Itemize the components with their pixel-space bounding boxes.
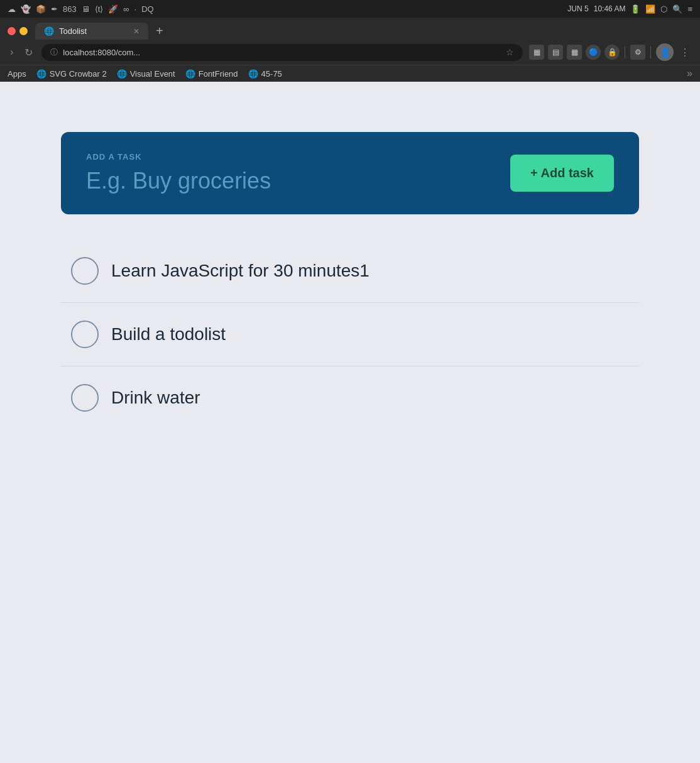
infinity-icon: ∞ <box>123 4 129 14</box>
tab-favicon: 🌐 <box>44 26 54 36</box>
menu-icon[interactable]: ≡ <box>687 4 692 14</box>
add-task-button[interactable]: + Add task <box>510 155 614 192</box>
bookmark-svg-crowbar[interactable]: 🌐 SVG Crowbar 2 <box>36 69 107 79</box>
close-window-button[interactable] <box>8 27 16 35</box>
toolbar-icon-2[interactable]: ▤ <box>548 45 563 60</box>
dot-separator: · <box>134 4 137 14</box>
dropbox-icon: 📦 <box>36 4 46 14</box>
info-icon: ⓘ <box>50 47 58 58</box>
bookmark-visual-event[interactable]: 🌐 Visual Event <box>117 69 175 79</box>
date-display: JUN 5 <box>567 4 588 13</box>
bookmark-45-75[interactable]: 🌐 45-75 <box>248 69 282 79</box>
add-task-input[interactable] <box>86 168 490 194</box>
bookmark-fontfriend-label: FontFriend <box>199 69 238 79</box>
tab-title: Todolist <box>59 26 87 36</box>
dq-icon: DQ <box>141 4 154 14</box>
task-text-3: Drink water <box>111 388 200 408</box>
bookmark-45-75-label: 45-75 <box>261 69 282 79</box>
minimize-window-button[interactable] <box>19 27 28 35</box>
toolbar-icon-5[interactable]: 🔒 <box>604 45 620 60</box>
new-tab-button[interactable]: + <box>151 23 168 40</box>
bookmark-apps-label: Apps <box>8 69 26 79</box>
transit-icon: ⟨t⟩ <box>95 4 104 14</box>
avatar[interactable]: 👤 <box>656 43 674 61</box>
toolbar-icon-3[interactable]: ▦ <box>567 45 582 60</box>
gear-icon[interactable]: ⚙ <box>630 45 645 60</box>
url-text: localhost:8080/com... <box>63 48 501 57</box>
page-content: Add a task + Add task Learn JavaScript f… <box>0 82 700 758</box>
bookmark-visual-event-icon: 🌐 <box>117 69 127 79</box>
bookmarks-more-button[interactable]: » <box>687 68 692 79</box>
traffic-lights <box>5 27 33 35</box>
address-bar: › ↻ ⓘ localhost:8080/com... ☆ ▦ ▤ ▦ 🔵 🔒 … <box>0 40 700 65</box>
rocket-icon: 🚀 <box>108 4 118 14</box>
reload-button[interactable]: ↻ <box>22 45 35 60</box>
system-bar-left: ☁ 👻 📦 ✒ 863 🖥 ⟨t⟩ 🚀 ∞ · DQ <box>8 4 154 14</box>
search-icon[interactable]: 🔍 <box>672 4 682 14</box>
battery-icon: 🔋 <box>630 4 640 14</box>
task-text-1: Learn JavaScript for 30 minutes1 <box>111 261 369 281</box>
bookmark-fontfriend-icon: 🌐 <box>185 69 195 79</box>
bookmark-45-75-icon: 🌐 <box>248 69 258 79</box>
toolbar-separator <box>625 46 625 58</box>
task-item: Build a todolist <box>61 303 639 366</box>
browser-chrome: 🌐 Todolist ✕ + › ↻ ⓘ localhost:8080/com.… <box>0 18 700 82</box>
add-task-left: Add a task <box>86 152 490 194</box>
monitor-icon: 🖥 <box>82 4 90 14</box>
task-checkbox-2[interactable] <box>71 321 99 348</box>
forward-button[interactable]: › <box>8 45 16 59</box>
pen-icon: ✒ <box>51 4 58 14</box>
more-options-icon[interactable]: ⋮ <box>677 45 692 60</box>
active-tab[interactable]: 🌐 Todolist ✕ <box>35 23 148 40</box>
bookmark-visual-event-label: Visual Event <box>130 69 175 79</box>
tab-close-button[interactable]: ✕ <box>133 27 139 36</box>
toolbar-icons: ▦ ▤ ▦ 🔵 🔒 ⚙ 👤 ⋮ <box>529 43 692 61</box>
add-task-label: Add a task <box>86 152 490 162</box>
task-checkbox-1[interactable] <box>71 257 99 285</box>
system-bar-right: JUN 5 10:46 AM 🔋 📶 ⬡ 🔍 ≡ <box>567 4 692 14</box>
bookmark-svg-crowbar-icon: 🌐 <box>36 69 46 79</box>
task-checkbox-3[interactable] <box>71 384 99 412</box>
system-bar: ☁ 👻 📦 ✒ 863 🖥 ⟨t⟩ 🚀 ∞ · DQ JUN 5 10:46 A… <box>0 0 700 18</box>
toolbar-icon-1[interactable]: ▦ <box>529 45 544 60</box>
url-field[interactable]: ⓘ localhost:8080/com... ☆ <box>41 44 523 61</box>
bookmark-fontfriend[interactable]: 🌐 FontFriend <box>185 69 238 79</box>
cloud-icon: ☁ <box>8 4 16 14</box>
bluetooth-icon: ⬡ <box>660 4 667 14</box>
toolbar-icon-4[interactable]: 🔵 <box>586 45 601 60</box>
snapchat-icon: 👻 <box>21 4 31 14</box>
toolbar-separator-2 <box>650 46 651 58</box>
add-task-button-label: + Add task <box>530 166 594 180</box>
task-item: Drink water <box>61 366 639 429</box>
badge-863: 863 <box>63 4 77 14</box>
bookmarks-bar: Apps 🌐 SVG Crowbar 2 🌐 Visual Event 🌐 Fo… <box>0 65 700 82</box>
task-text-2: Build a todolist <box>111 324 226 344</box>
tab-bar: 🌐 Todolist ✕ + <box>0 18 700 40</box>
task-list: Learn JavaScript for 30 minutes1 Build a… <box>61 239 639 429</box>
add-task-card: Add a task + Add task <box>61 132 639 214</box>
bookmark-apps[interactable]: Apps <box>8 69 26 79</box>
bookmark-star-icon[interactable]: ☆ <box>506 47 514 57</box>
wifi-icon: 📶 <box>645 4 655 14</box>
task-item: Learn JavaScript for 30 minutes1 <box>61 239 639 303</box>
time-display: 10:46 AM <box>594 4 626 13</box>
bookmark-svg-crowbar-label: SVG Crowbar 2 <box>50 69 107 79</box>
